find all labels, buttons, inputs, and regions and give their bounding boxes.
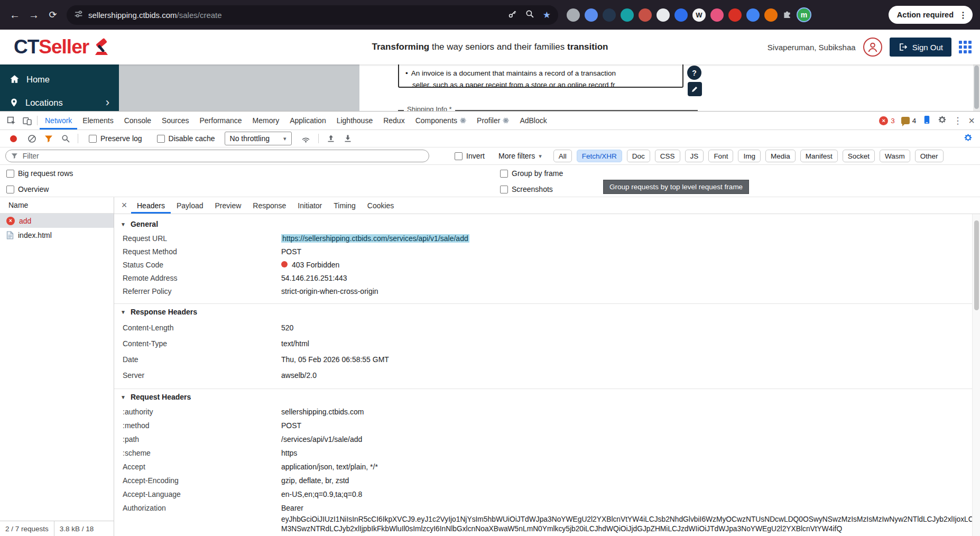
record-button[interactable] [10,135,17,142]
network-filter-input[interactable] [5,150,429,162]
tune-icon[interactable] [74,10,83,21]
detail-tab-initiator[interactable]: Initiator [292,197,328,214]
sidebar-item-home[interactable]: Home [0,68,119,91]
filter-chip-manifest[interactable]: Manifest [800,150,838,162]
detail-tab-payload[interactable]: Payload [171,197,209,214]
device-toolbar-icon[interactable] [19,113,35,128]
action-required-button[interactable]: Action required ⋮ [889,6,973,24]
tab-sources[interactable]: Sources [156,112,194,130]
request-row-add[interactable]: × add [0,214,114,228]
clear-icon[interactable] [25,132,39,145]
overview-checkbox[interactable]: Overview [6,185,49,193]
devtools-close-icon[interactable]: × [968,115,975,127]
back-icon[interactable]: ← [5,5,24,24]
edit-button[interactable] [688,82,702,96]
tab-profiler[interactable]: Profiler [471,112,514,130]
tab-elements[interactable]: Elements [77,112,118,130]
more-filters-dropdown[interactable]: More filters ▾ [498,152,542,160]
puzzle-icon[interactable] [782,9,792,21]
filter-chip-img[interactable]: Img [738,150,761,162]
browser-menu-icon[interactable]: ⋮ [959,10,967,20]
zoom-icon[interactable] [525,10,534,21]
console-errors-badge[interactable]: × 3 [879,116,895,125]
big-request-rows-checkbox[interactable]: Big request rows [6,169,73,178]
tab-lighthouse[interactable]: Lighthouse [331,112,378,130]
filter-chip-font[interactable]: Font [708,150,733,162]
extension-icon[interactable] [585,8,598,22]
tab-adblock[interactable]: AdBlock [514,112,552,130]
address-bar[interactable]: sellershipping.ctbids.com/sales/create ★ [67,5,558,25]
request-url-value[interactable]: https://sellershipping.ctbids.com/servic… [281,234,469,243]
extension-icon[interactable] [657,8,670,22]
invoice-description-field[interactable]: •An invoice is a document that maintains… [398,64,683,88]
forward-icon[interactable]: → [24,5,43,24]
issues-badge[interactable]: 4 [901,117,917,125]
filter-chip-all[interactable]: All [553,150,572,162]
network-conditions-icon[interactable] [299,132,313,145]
reload-icon[interactable]: ⟳ [43,5,62,24]
tab-memory[interactable]: Memory [247,112,285,130]
tab-performance[interactable]: Performance [194,112,247,130]
help-button[interactable]: ? [687,66,701,80]
extension-icon-w[interactable]: W [692,8,706,22]
inspect-element-icon[interactable] [3,113,19,128]
section-response-headers-title[interactable]: ▼ Response Headers [114,304,972,320]
bookmark-star-icon[interactable]: ★ [543,10,551,21]
tab-components[interactable]: Components [410,112,471,130]
filter-chip-doc[interactable]: Doc [627,150,650,162]
devtools-settings-gear-icon[interactable] [938,115,947,126]
devtools-scrollbar[interactable] [972,214,980,536]
tab-application[interactable]: Application [284,112,331,130]
profile-avatar[interactable]: m [797,7,811,22]
detail-tab-cookies[interactable]: Cookies [362,197,400,214]
tab-network[interactable]: Network [40,112,77,130]
filter-chip-media[interactable]: Media [765,150,796,162]
detail-tab-headers[interactable]: Headers [131,197,171,214]
page-scrollbar[interactable] [973,64,980,111]
network-settings-gear-icon[interactable] [964,133,973,144]
detail-tab-response[interactable]: Response [247,197,292,214]
extension-icon[interactable] [764,8,778,22]
url-text[interactable]: sellershipping.ctbids.com/sales/create [88,11,222,20]
extension-icon[interactable] [603,8,616,22]
sidebar-item-locations[interactable]: Locations › [0,91,119,111]
throttling-select[interactable]: No throttling ▾ [225,132,292,145]
detail-tab-preview[interactable]: Preview [209,197,247,214]
extension-icon[interactable] [710,8,724,22]
detail-tab-timing[interactable]: Timing [328,197,362,214]
tab-console[interactable]: Console [119,112,156,130]
request-row-index[interactable]: index.html [0,228,114,242]
extension-icon[interactable] [567,8,580,22]
filter-chip-wasm[interactable]: Wasm [880,150,910,162]
extension-icon[interactable] [621,8,634,22]
apps-grid-icon[interactable] [959,41,972,53]
passkey-icon[interactable] [508,10,517,21]
detail-close-icon[interactable]: × [117,197,131,214]
section-general-title[interactable]: ▼ General [114,216,972,232]
section-request-headers-title[interactable]: ▼ Request Headers [114,389,972,405]
filter-funnel-icon[interactable] [42,132,56,145]
extension-icon[interactable] [746,8,760,22]
invert-checkbox[interactable]: Invert [455,152,485,160]
screenshots-checkbox[interactable]: Screenshots [500,185,553,193]
request-list-header[interactable]: Name [0,197,114,214]
ctseller-logo[interactable]: CTSeller [14,36,112,58]
search-icon[interactable] [59,132,72,145]
filter-chip-fetch-xhr[interactable]: Fetch/XHR [577,150,622,162]
group-by-frame-checkbox[interactable]: Group by frame [500,169,563,178]
filter-chip-js[interactable]: JS [685,150,704,162]
disable-cache-checkbox[interactable]: Disable cache [157,134,215,143]
preserve-log-checkbox[interactable]: Preserve log [89,134,142,143]
import-har-icon[interactable] [324,132,338,145]
devtools-menu-icon[interactable]: ⋮ [953,115,962,126]
extension-icon[interactable] [728,8,742,22]
user-avatar-icon[interactable] [863,38,882,57]
blue-device-icon[interactable] [922,115,931,126]
filter-chip-socket[interactable]: Socket [843,150,875,162]
tab-redux[interactable]: Redux [378,112,410,130]
sign-out-button[interactable]: Sign Out [890,38,951,57]
extension-icon[interactable] [674,8,688,22]
filter-chip-css[interactable]: CSS [655,150,680,162]
extension-icon[interactable] [639,8,652,22]
export-har-icon[interactable] [341,132,355,145]
